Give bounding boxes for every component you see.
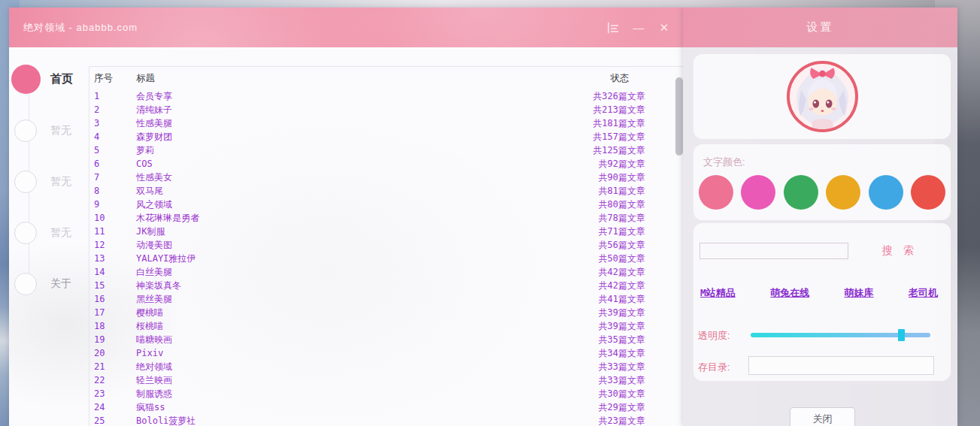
site-link-3[interactable]: 萌妹库 [845,286,874,300]
row-status: 共125篇文章 [557,144,683,157]
close-settings-button[interactable]: 关闭 [790,407,855,426]
search-input[interactable] [699,243,848,259]
color-swatch-5[interactable] [869,175,903,210]
row-title-link[interactable]: 神楽坂真冬 [132,279,557,292]
row-number: 9 [90,199,132,210]
table-row[interactable]: 12动漫美图共56篇文章 [90,238,683,252]
sidebar-item-3[interactable]: 暂无 [9,167,89,197]
site-link-2[interactable]: 萌兔在线 [770,286,809,300]
row-title-link[interactable]: 白丝美腿 [132,266,557,279]
settings-titlebar[interactable]: 设置 [683,8,957,47]
site-link-4[interactable]: 老司机 [909,286,938,300]
directory-label: 存目录: [698,361,730,374]
table-row[interactable]: 6COS共92篇文章 [90,157,683,171]
row-title-link[interactable]: 会员专享 [132,90,557,103]
row-title-link[interactable]: 性感美腿 [132,117,557,130]
table-row[interactable]: 7性感美女共90篇文章 [90,171,683,184]
table-row[interactable]: 19喵糖映画共35篇文章 [90,333,683,346]
sidebar-item-5[interactable]: 关于 [9,269,89,299]
desktop-background: 绝对领域 - ababbb.com — ✕ 首页暂无暂无暂无关于 序号 标题 [0,0,980,426]
row-number: 14 [90,267,132,277]
article-list-icon[interactable] [606,21,620,35]
search-button[interactable]: 搜 索 [882,244,918,258]
table-row[interactable]: 2清纯妹子共213篇文章 [90,103,683,116]
row-title-link[interactable]: 动漫美图 [132,239,557,252]
row-title-link[interactable]: COS [132,159,557,169]
table-row[interactable]: 3性感美腿共181篇文章 [90,116,683,130]
close-icon[interactable]: ✕ [657,21,671,35]
row-title-link[interactable]: 清纯妹子 [132,104,557,116]
table-row[interactable]: 9风之领域共80篇文章 [90,198,683,211]
row-number: 15 [90,280,132,291]
row-number: 22 [90,375,132,385]
row-title-link[interactable]: 风之领域 [132,198,557,211]
row-title-link[interactable]: 黑丝美腿 [132,293,557,306]
row-title-link[interactable]: JK制服 [132,225,557,238]
color-swatch-4[interactable] [826,175,860,210]
main-window: 绝对领域 - ababbb.com — ✕ 首页暂无暂无暂无关于 序号 标题 [9,8,683,426]
table-row[interactable]: 21绝对领域共33篇文章 [90,360,683,373]
minimize-icon[interactable]: — [632,21,645,35]
table-row[interactable]: 18桜桃喵共39篇文章 [90,319,683,333]
row-title-link[interactable]: 桜桃喵 [132,320,557,333]
table-row[interactable]: 23制服诱惑共30篇文章 [90,387,683,400]
table-row[interactable]: 16黑丝美腿共41篇文章 [90,292,683,306]
avatar[interactable] [787,61,858,132]
row-number: 17 [90,307,132,318]
color-swatch-1[interactable] [699,175,733,210]
row-number: 6 [90,159,132,169]
table-row[interactable]: 10木花琳琳是勇者共78篇文章 [90,211,683,225]
site-link-1[interactable]: M站精品 [700,286,736,300]
row-title-link[interactable]: 制服诱惑 [132,388,557,400]
row-number: 18 [90,321,132,331]
color-swatch-6[interactable] [911,175,945,210]
color-swatch-3[interactable] [784,175,818,210]
row-status: 共42篇文章 [557,266,683,279]
row-title-link[interactable]: 性感美女 [132,171,557,184]
row-title-link[interactable]: 木花琳琳是勇者 [132,212,557,225]
table-row[interactable]: 4森萝财团共157篇文章 [90,130,683,144]
row-title-link[interactable]: YALAYI雅拉伊 [132,252,557,265]
row-status: 共42篇文章 [557,279,683,292]
directory-input[interactable] [748,356,934,375]
row-title-link[interactable]: 疯猫ss [132,401,557,414]
opacity-slider[interactable] [751,333,930,337]
row-title-link[interactable]: 喵糖映画 [132,334,557,346]
table-row[interactable]: 13YALAYI雅拉伊共50篇文章 [90,252,683,265]
scrollbar-thumb[interactable] [675,77,683,156]
row-title-link[interactable]: 双马尾 [132,185,557,198]
opacity-slider-handle[interactable] [898,329,905,341]
tools-card: 搜 索 M站精品萌兔在线萌妹库老司机 透明度: 存目录: [693,223,951,381]
table-row[interactable]: 22轻兰映画共33篇文章 [90,373,683,387]
row-title-link[interactable]: 樱桃喵 [132,307,557,319]
sidebar-item-2[interactable]: 暂无 [9,116,89,146]
row-title-link[interactable]: 森萝财团 [132,131,557,144]
row-title-link[interactable]: Pixiv [132,348,557,358]
sidebar: 首页暂无暂无暂无关于 [9,47,89,426]
table-row[interactable]: 25Bololi菠萝社共23篇文章 [90,414,683,426]
row-title-link[interactable]: 绝对领域 [132,361,557,373]
row-title-link[interactable]: Bololi菠萝社 [132,415,557,426]
nav-label: 暂无 [50,226,71,240]
table-row[interactable]: 8双马尾共81篇文章 [90,184,683,198]
row-number: 13 [90,253,132,264]
table-row[interactable]: 15神楽坂真冬共42篇文章 [90,279,683,292]
sidebar-item-4[interactable]: 暂无 [9,218,89,248]
color-swatch-2[interactable] [741,175,775,210]
row-title-link[interactable]: 萝莉 [132,144,557,157]
table-row[interactable]: 14白丝美腿共42篇文章 [90,265,683,279]
table-row[interactable]: 11JK制服共71篇文章 [90,225,683,238]
row-title-link[interactable]: 轻兰映画 [132,374,557,387]
row-status: 共92篇文章 [557,158,683,171]
row-status: 共326篇文章 [557,90,683,103]
sidebar-item-1[interactable]: 首页 [9,64,89,94]
table-row[interactable]: 24疯猫ss共29篇文章 [90,400,683,414]
table-row[interactable]: 20Pixiv共34篇文章 [90,346,683,360]
row-status: 共90篇文章 [557,171,683,184]
table-row[interactable]: 1会员专享共326篇文章 [90,89,683,103]
main-titlebar[interactable]: 绝对领域 - ababbb.com — ✕ [9,8,683,47]
column-header-num: 序号 [90,72,132,85]
table-row[interactable]: 5萝莉共125篇文章 [90,144,683,157]
nav-label: 暂无 [50,124,71,137]
table-row[interactable]: 17樱桃喵共39篇文章 [90,306,683,319]
